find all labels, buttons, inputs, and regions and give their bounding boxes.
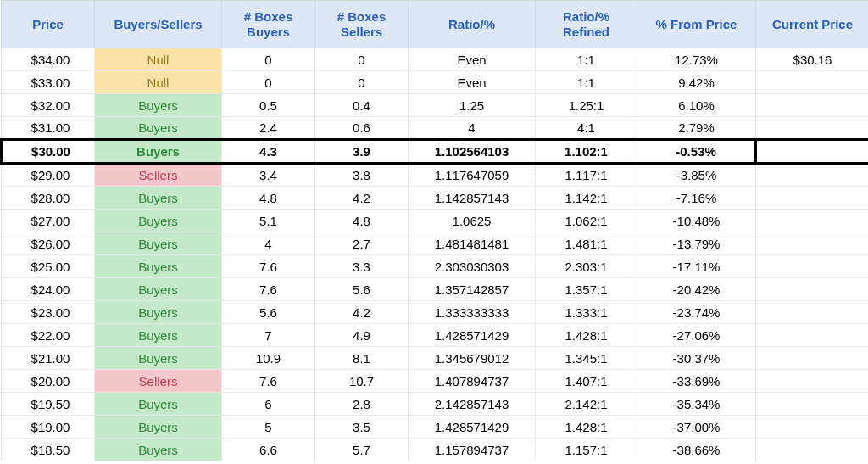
cell-current-price bbox=[756, 416, 869, 439]
cell-ratio-refined: 1.117:1 bbox=[536, 164, 637, 187]
cell-ratio-refined: 1:1 bbox=[536, 71, 637, 94]
cell-boxes-sellers: 0.4 bbox=[315, 94, 409, 117]
cell-buyers-sellers: Buyers bbox=[95, 416, 222, 439]
table-body: $34.00Null00Even1:112.73%$30.16$33.00Nul… bbox=[2, 48, 869, 461]
cell-boxes-sellers: 2.8 bbox=[315, 393, 409, 416]
cell-boxes-buyers: 0.5 bbox=[222, 94, 315, 117]
cell-price: $19.50 bbox=[2, 393, 95, 416]
cell-current-price bbox=[756, 301, 869, 324]
header-row: Price Buyers/Sellers # Boxes Buyers # Bo… bbox=[2, 1, 869, 48]
cell-boxes-sellers: 0 bbox=[315, 48, 409, 71]
cell-pct-from-price: -27.06% bbox=[637, 324, 756, 347]
cell-pct-from-price: -17.11% bbox=[637, 255, 756, 278]
cell-ratio-refined: 2.303:1 bbox=[536, 255, 637, 278]
cell-boxes-buyers: 5.1 bbox=[222, 210, 315, 232]
cell-ratio-refined: 1.062:1 bbox=[536, 210, 637, 232]
header-ratio-refined: Ratio/% Refined bbox=[536, 1, 637, 48]
cell-boxes-buyers: 4.8 bbox=[222, 187, 315, 210]
cell-pct-from-price: -33.69% bbox=[637, 370, 756, 393]
header-ratio: Ratio/% bbox=[409, 1, 536, 48]
cell-boxes-sellers: 0.6 bbox=[315, 117, 409, 140]
cell-boxes-sellers: 10.7 bbox=[315, 370, 409, 393]
table-row: $30.00Buyers4.33.91.1025641031.102:1-0.5… bbox=[2, 140, 869, 164]
cell-price: $25.00 bbox=[2, 255, 95, 278]
cell-price: $24.00 bbox=[2, 278, 95, 301]
cell-pct-from-price: -23.74% bbox=[637, 301, 756, 324]
cell-current-price bbox=[756, 393, 869, 416]
header-boxes-buyers: # Boxes Buyers bbox=[222, 1, 315, 48]
cell-ratio-refined: 1.428:1 bbox=[536, 324, 637, 347]
cell-current-price bbox=[756, 187, 869, 210]
cell-price: $21.00 bbox=[2, 347, 95, 370]
cell-buyers-sellers: Null bbox=[95, 71, 222, 94]
cell-current-price bbox=[756, 94, 869, 117]
cell-price: $19.00 bbox=[2, 416, 95, 439]
cell-pct-from-price: -3.85% bbox=[637, 164, 756, 187]
header-buyers-sellers: Buyers/Sellers bbox=[95, 1, 222, 48]
cell-ratio: 1.357142857 bbox=[409, 278, 536, 301]
table-row: $18.50Buyers6.65.71.1578947371.157:1-38.… bbox=[2, 439, 869, 461]
cell-price: $30.00 bbox=[2, 140, 95, 164]
cell-current-price bbox=[756, 255, 869, 278]
cell-boxes-buyers: 0 bbox=[222, 48, 315, 71]
cell-price: $29.00 bbox=[2, 164, 95, 187]
table-row: $23.00Buyers5.64.21.3333333331.333:1-23.… bbox=[2, 301, 869, 324]
cell-pct-from-price: 9.42% bbox=[637, 71, 756, 94]
cell-buyers-sellers: Buyers bbox=[95, 117, 222, 140]
cell-buyers-sellers: Sellers bbox=[95, 370, 222, 393]
cell-buyers-sellers: Buyers bbox=[95, 187, 222, 210]
cell-pct-from-price: -30.37% bbox=[637, 347, 756, 370]
cell-price: $33.00 bbox=[2, 71, 95, 94]
cell-boxes-sellers: 2.7 bbox=[315, 232, 409, 255]
cell-boxes-buyers: 6 bbox=[222, 393, 315, 416]
cell-boxes-buyers: 3.4 bbox=[222, 164, 315, 187]
table-row: $28.00Buyers4.84.21.1428571431.142:1-7.1… bbox=[2, 187, 869, 210]
cell-ratio: 4 bbox=[409, 117, 536, 140]
cell-boxes-sellers: 3.8 bbox=[315, 164, 409, 187]
cell-ratio-refined: 1.428:1 bbox=[536, 416, 637, 439]
cell-pct-from-price: -0.53% bbox=[637, 140, 756, 164]
cell-boxes-sellers: 4.2 bbox=[315, 301, 409, 324]
cell-ratio: 1.428571429 bbox=[409, 416, 536, 439]
cell-price: $32.00 bbox=[2, 94, 95, 117]
cell-price: $26.00 bbox=[2, 232, 95, 255]
cell-ratio: 1.117647059 bbox=[409, 164, 536, 187]
cell-ratio-refined: 4:1 bbox=[536, 117, 637, 140]
cell-price: $27.00 bbox=[2, 210, 95, 232]
cell-pct-from-price: 2.79% bbox=[637, 117, 756, 140]
table-row: $26.00Buyers42.71.4814814811.481:1-13.79… bbox=[2, 232, 869, 255]
cell-buyers-sellers: Buyers bbox=[95, 393, 222, 416]
cell-boxes-sellers: 4.9 bbox=[315, 324, 409, 347]
table-row: $31.00Buyers2.40.644:12.79% bbox=[2, 117, 869, 140]
table-row: $20.00Sellers7.610.71.4078947371.407:1-3… bbox=[2, 370, 869, 393]
cell-ratio-refined: 2.142:1 bbox=[536, 393, 637, 416]
cell-current-price bbox=[756, 140, 869, 164]
cell-boxes-sellers: 4.2 bbox=[315, 187, 409, 210]
cell-boxes-sellers: 3.5 bbox=[315, 416, 409, 439]
cell-current-price bbox=[756, 439, 869, 461]
cell-buyers-sellers: Buyers bbox=[95, 210, 222, 232]
cell-boxes-sellers: 3.3 bbox=[315, 255, 409, 278]
cell-ratio: 1.142857143 bbox=[409, 187, 536, 210]
cell-boxes-buyers: 6.6 bbox=[222, 439, 315, 461]
cell-pct-from-price: -38.66% bbox=[637, 439, 756, 461]
cell-buyers-sellers: Buyers bbox=[95, 140, 222, 164]
cell-current-price bbox=[756, 347, 869, 370]
cell-ratio-refined: 1.157:1 bbox=[536, 439, 637, 461]
cell-buyers-sellers: Null bbox=[95, 48, 222, 71]
cell-boxes-buyers: 7.6 bbox=[222, 278, 315, 301]
header-pct-from-price: % From Price bbox=[637, 1, 756, 48]
table-row: $29.00Sellers3.43.81.1176470591.117:1-3.… bbox=[2, 164, 869, 187]
cell-boxes-buyers: 7.6 bbox=[222, 255, 315, 278]
cell-boxes-sellers: 8.1 bbox=[315, 347, 409, 370]
cell-boxes-buyers: 10.9 bbox=[222, 347, 315, 370]
cell-buyers-sellers: Buyers bbox=[95, 232, 222, 255]
cell-ratio: 1.407894737 bbox=[409, 370, 536, 393]
cell-ratio: 2.303030303 bbox=[409, 255, 536, 278]
cell-pct-from-price: -35.34% bbox=[637, 393, 756, 416]
cell-pct-from-price: -13.79% bbox=[637, 232, 756, 255]
cell-buyers-sellers: Buyers bbox=[95, 347, 222, 370]
cell-boxes-buyers: 0 bbox=[222, 71, 315, 94]
header-boxes-sellers: # Boxes Sellers bbox=[315, 1, 409, 48]
table-row: $33.00Null00Even1:19.42% bbox=[2, 71, 869, 94]
